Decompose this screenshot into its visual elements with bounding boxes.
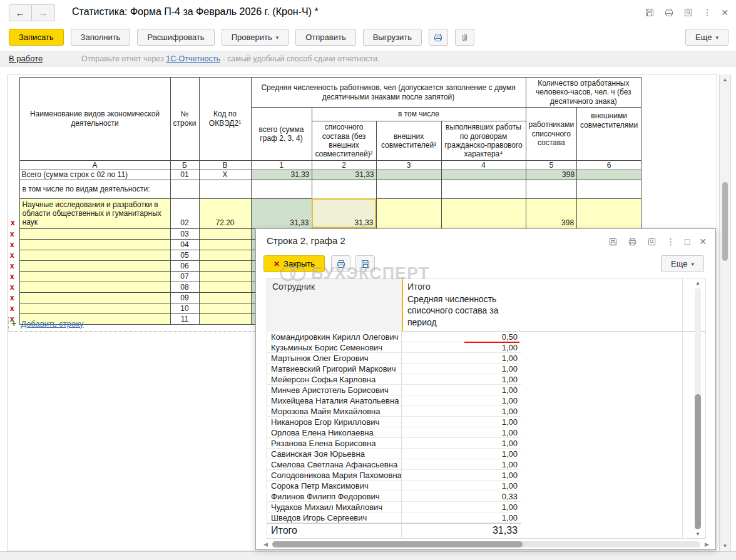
delete-row-icon[interactable]: x [10,240,14,249]
1c-reporting-link[interactable]: 1С-Отчетность [166,54,220,63]
close-popup-button[interactable]: ✕ Закрыть [263,255,325,272]
row-code-cell[interactable] [199,282,251,292]
add-row-link[interactable]: Добавить строку [21,319,83,328]
list-item[interactable]: Минчев Аристотель Борисович 1,00 [267,385,521,395]
delete-row-icon[interactable]: x [10,293,14,302]
attachment-button[interactable] [455,29,474,46]
row-name-cell[interactable] [19,260,170,271]
row-code-cell[interactable] [199,260,251,271]
cell-02-4[interactable] [441,198,526,228]
preview-icon[interactable] [683,8,693,18]
row-name-cell[interactable] [19,303,170,313]
scroll-up-icon[interactable]: ▲ [693,280,703,286]
delete-row-icon[interactable]: x [10,272,14,281]
unload-button[interactable]: Выгрузить [363,29,422,46]
list-item[interactable]: Солодовникова Мария Пахомовна 1,00 [267,470,521,481]
list-item[interactable]: Савинская Зоя Юрьевна 1,00 [267,449,521,459]
cell-01-6[interactable] [577,170,641,180]
popup-save-button[interactable] [355,255,375,272]
list-item[interactable]: Кузьминых Борис Семенович 1,00 [267,342,521,353]
list-item[interactable]: Михейцева Наталия Анатольевна 1,00 [267,395,521,406]
cell-01-2[interactable]: 31,33 [312,170,376,180]
delete-row-icon[interactable]: x [11,218,15,227]
scroll-down-icon[interactable]: ▼ [693,531,703,537]
row-name-cell[interactable] [19,292,170,303]
main-vertical-scrollbar[interactable]: ▲ ▼ [719,74,731,551]
list-item[interactable]: Морозова Майя Михайловна 1,00 [267,406,521,417]
save-icon[interactable] [645,8,655,18]
popup-print-button[interactable] [331,255,350,272]
popup-vertical-scrollbar[interactable]: ▲ ▼ [693,280,703,537]
header-total[interactable]: Итого Средняя численность списочного сос… [402,278,522,332]
list-item[interactable]: Смелова Светлана Афанасьевна 1,00 [267,459,521,470]
save-icon[interactable] [608,237,618,247]
delete-row-icon[interactable]: x [10,262,14,270]
list-item[interactable]: Мейерсон Софья Карловна 1,00 [267,374,521,385]
cell-01-3[interactable] [376,170,441,180]
row-code-cell[interactable] [199,250,251,260]
scrollbar-thumb[interactable] [722,182,728,261]
delete-row-icon[interactable]: x [10,251,14,260]
print-icon[interactable] [628,237,638,247]
scroll-down-icon[interactable]: ▼ [720,543,730,549]
scroll-up-icon[interactable]: ▲ [720,77,730,83]
row-name-cell[interactable] [19,282,170,292]
scroll-left-icon[interactable]: ◀ [263,541,268,547]
row-code-cell[interactable] [199,303,251,313]
cell-02-2-selected[interactable]: 31,33 [312,198,376,228]
row-name-cell[interactable] [19,239,170,250]
row-code-cell[interactable] [199,228,251,239]
scrollbar-thumb[interactable] [695,394,701,529]
popup-more-button[interactable]: Еще▾ [661,255,704,272]
list-item[interactable]: Сорока Петр Максимович 1,00 [267,481,521,491]
list-item[interactable]: Орлова Елена Николаевна 1,00 [267,427,521,438]
print-icon[interactable] [664,8,674,18]
list-item[interactable]: Никаноров Егор Кириллович 1,00 [267,417,521,427]
delete-row-icon[interactable]: x [10,304,14,313]
row-code-cell[interactable] [199,292,251,303]
status-state-link[interactable]: В работе [9,54,43,63]
check-button[interactable]: Проверить▾ [222,29,289,46]
list-item[interactable]: Командировкин Кирилл Олегович 0,50 [267,332,521,342]
scroll-right-icon[interactable]: ▶ [705,541,709,547]
decipher-button[interactable]: Расшифровать [137,29,214,46]
row-name-cell[interactable] [19,271,170,282]
list-item[interactable]: Рязанова Елена Борисовна 1,00 [267,438,521,449]
row-code-cell[interactable] [199,239,251,250]
row-code-cell[interactable] [199,271,251,282]
list-item[interactable]: Мартынюк Олег Егорович 1,00 [267,353,521,364]
more-dots-icon[interactable]: ⋮ [703,8,712,18]
maximize-icon[interactable]: □ [685,237,690,247]
cell-02-5[interactable]: 398 [526,198,577,228]
cell-01-5[interactable]: 398 [526,170,577,180]
delete-row-icon[interactable]: x [10,283,14,292]
preview-icon[interactable] [647,237,657,247]
cell-02-3[interactable] [376,198,441,228]
list-item[interactable]: Шведов Игорь Сергеевич 1,00 [267,512,521,523]
header-employee[interactable]: Сотрудник [267,278,402,332]
list-item[interactable]: Чудаков Михаил Михайлович 1,00 [267,502,521,512]
print-button[interactable] [429,29,448,46]
cell-01-1[interactable]: 31,33 [251,170,312,180]
delete-row-icon[interactable]: x [10,230,14,238]
more-dots-icon[interactable]: ⋮ [667,237,675,247]
row-name-cell[interactable] [19,250,170,260]
row02-name[interactable]: Научные исследования и разработки в обла… [19,198,170,228]
row02-code[interactable]: 72.20 [199,198,251,228]
cell-02-1[interactable]: 31,33 [251,198,312,228]
close-icon[interactable]: ✕ [721,8,728,18]
forward-button[interactable]: → [32,4,55,21]
cell-02-6[interactable] [577,198,641,228]
fill-button[interactable]: Заполнить [71,29,131,46]
popup-horizontal-scrollbar[interactable]: ◀ ▶ [263,541,709,549]
cell-01-4[interactable] [441,170,526,180]
send-button[interactable]: Отправить [295,29,355,46]
save-button[interactable]: Записать [9,29,64,46]
back-button[interactable]: ← [9,4,32,21]
more-button[interactable]: Еще▾ [685,29,728,46]
row-name-cell[interactable] [19,228,170,239]
scrollbar-thumb[interactable] [272,541,523,547]
close-icon[interactable]: ✕ [699,237,707,247]
list-item[interactable]: Филинов Филипп Федорович 0,33 [267,491,521,502]
list-item[interactable]: Матвиевский Григорий Маркович 1,00 [267,364,521,374]
